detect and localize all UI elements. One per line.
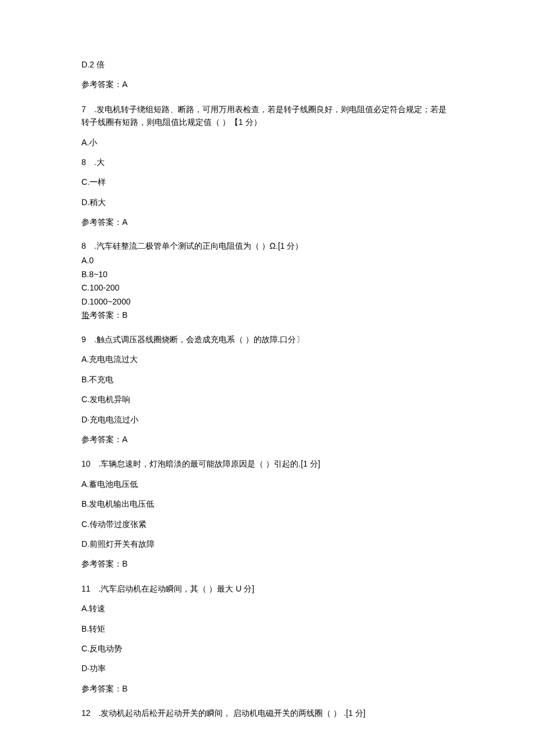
question-8: 8 .汽车硅整流二极管单个测试的正向电阻值为（ ）Ω.[1 分） A.0 B.8… bbox=[81, 241, 454, 322]
q10-option-d: D.前照灯开关有故障 bbox=[81, 538, 454, 550]
q7-option-c: C.一样 bbox=[81, 175, 454, 188]
q10-option-c: C.传动带过度张紧 bbox=[81, 518, 454, 531]
q8-answer-suffix: 考答案：B bbox=[90, 310, 127, 320]
q11-option-d: D·功率 bbox=[81, 662, 454, 675]
q7-answer: 参考答案：A bbox=[81, 216, 454, 228]
q9-stem: 9 .触点式调压器线圈烧断，会造成充电系（ ）的故障.口分〕 bbox=[81, 333, 454, 346]
q8-stem: 8 .汽车硅整流二极管单个测试的正向电阻值为（ ）Ω.[1 分） bbox=[81, 241, 454, 252]
q10-option-a: A.蓄电池电压低 bbox=[81, 478, 454, 490]
q7-option-b: 8 .大 bbox=[81, 156, 454, 169]
question-12: 12 .发动机起动后松开起动开关的瞬间， 启动机电磁开关的两线圈（ ） .[1 … bbox=[81, 707, 454, 719]
q7-option-a: A.小 bbox=[81, 136, 454, 149]
q8-option-a: A.0 bbox=[81, 255, 454, 267]
q9-answer: 参考答案：A bbox=[81, 433, 454, 446]
q8-answer: 蛰考答案：B bbox=[81, 310, 454, 321]
q11-stem: 11 .汽车启动机在起动瞬间，其（ ）最大 U 分] bbox=[81, 582, 454, 595]
q9-option-c: C.发电机异响 bbox=[81, 393, 454, 406]
q10-option-b: B.发电机输出电压低 bbox=[81, 497, 454, 510]
q6-answer: 参考答案：A bbox=[81, 78, 454, 91]
q9-option-d: D·充电电流过小 bbox=[81, 413, 454, 426]
q10-stem: 10 .车辆怠速时，灯泡暗淡的最可能故障原因是（ ）引起的.[1 分] bbox=[81, 457, 454, 470]
question-11: 11 .汽车启动机在起动瞬间，其（ ）最大 U 分] A.转速 B.转矩 C.反… bbox=[81, 582, 454, 695]
question-6-tail: D.2 倍 参考答案：A bbox=[81, 58, 454, 91]
q12-stem: 12 .发动机起动后松开起动开关的瞬间， 启动机电磁开关的两线圈（ ） .[1 … bbox=[81, 707, 454, 719]
q8-option-b: B.8~10 bbox=[81, 269, 454, 281]
q6-option-d: D.2 倍 bbox=[81, 58, 454, 71]
question-7: 7 .发电机转子绕组短路、断路，可用万用表检查，若是转子线圈良好，则电阻值必定符… bbox=[81, 103, 454, 229]
q11-option-a: A.转速 bbox=[81, 602, 454, 615]
question-9: 9 .触点式调压器线圈烧断，会造成充电系（ ）的故障.口分〕 A.充电电流过大 … bbox=[81, 333, 454, 446]
q8-option-d: D.1000~2000 bbox=[81, 296, 454, 308]
q8-answer-prefix: 蛰 bbox=[81, 310, 90, 320]
q11-option-c: C.反电动势 bbox=[81, 642, 454, 655]
q8-option-c: C.100-200 bbox=[81, 282, 454, 294]
question-10: 10 .车辆怠速时，灯泡暗淡的最可能故障原因是（ ）引起的.[1 分] A.蓄电… bbox=[81, 457, 454, 570]
q10-answer: 参考答案：B bbox=[81, 557, 454, 570]
q9-option-a: A.充电电流过大 bbox=[81, 353, 454, 366]
q11-option-b: B.转矩 bbox=[81, 622, 454, 635]
q7-option-d: D.稍大 bbox=[81, 196, 454, 209]
q9-option-b: B.不充电 bbox=[81, 373, 454, 386]
q7-stem: 7 .发电机转子绕组短路、断路，可用万用表检查，若是转子线圈良好，则电阻值必定符… bbox=[81, 103, 454, 129]
document-page: D.2 倍 参考答案：A 7 .发电机转子绕组短路、断路，可用万用表检查，若是转… bbox=[0, 0, 535, 756]
q11-answer: 参考答案：B bbox=[81, 682, 454, 695]
